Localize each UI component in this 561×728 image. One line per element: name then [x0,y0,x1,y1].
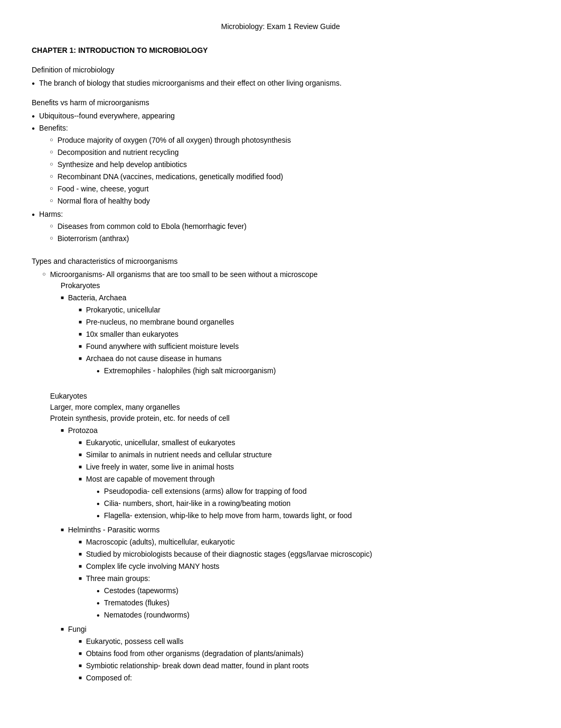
move-1: Pseudopodia- cell extensions (arms) allo… [97,486,352,497]
group-1: Cestodes (tapeworms) [97,585,190,596]
page-header: Microbiology: Exam 1 Review Guide [32,21,529,32]
protozoa-item: Protozoa Eukaryotic, unicellular, smalle… [61,425,372,523]
prot-2: Similar to animals in nutrient needs and… [79,449,352,460]
bacteria-archaea-item: Bacteria, Archaea Prokaryotic, unicellul… [61,292,372,379]
types-header: Types and characteristics of microorgani… [32,256,529,267]
fungi-4: Composed of: [79,672,309,684]
definition-item: The branch of biology that studies micro… [32,78,529,89]
types-list: Microorganisms- All organisms that are t… [32,269,529,686]
microorganisms-item: Microorganisms- All organisms that are t… [42,269,529,686]
prot-4: Most are capable of movement through Pse… [79,474,352,522]
bact-4: Found anywhere with sufficient moisture … [79,341,276,352]
benefit-2: Decomposition and nutrient recycling [50,147,291,158]
helm-4: Three main groups: Cestodes (tapeworms) … [79,573,372,622]
protozoa-sub-list: Eukaryotic, unicellular, smallest of euk… [68,437,352,522]
bacteria-list: Bacteria, Archaea Prokaryotic, unicellul… [50,292,372,379]
bact-3: 10x smaller than eukaryotes [79,329,276,340]
ubiquitous-item: Ubiquitous--found everywhere, appearing [32,110,529,122]
group-2: Trematodes (flukes) [97,597,190,609]
helm-1: Macroscopic (adults), multicellular, euk… [79,537,372,548]
bact-2: Pre-nucleus, no membrane bound organelle… [79,317,276,328]
benefit-5: Food - wine, cheese, yogurt [50,183,291,195]
helminths-item: Helminths - Parasitic worms Macroscopic … [61,524,372,623]
benefit-6: Normal flora of healthy body [50,196,291,207]
definition-header: Definition of microbiology [32,64,529,76]
prot-1: Eukaryotic, unicellular, smallest of euk… [79,437,352,448]
eukaryotes-label: Eukaryotes [50,391,372,402]
extremophiles-item: Extremophiles - halophiles (high salt mi… [97,365,276,376]
harms-sub-list: Diseases from common cold to Ebola (hemo… [39,221,247,244]
helminths-sub-list: Macroscopic (adults), multicellular, euk… [68,537,372,622]
harms-item: Harms: Diseases from common cold to Ebol… [32,209,529,245]
helm-3: Complex life cycle involving MANY hosts [79,561,372,572]
eukaryotes-desc1: Larger, more complex, many organelles [50,402,372,413]
harm-2: Bioterrorism (anthrax) [50,233,247,244]
bacteria-sub-list: Prokaryotic, unicellular Pre-nucleus, no… [68,305,276,377]
fungi-1: Eukaryotic, possess cell walls [79,636,309,647]
move-3: Flagella- extension, whip-like to help m… [97,510,352,521]
group-3: Nematodes (roundworms) [97,610,190,621]
fungi-item: Fungi Eukaryotic, possess cell walls Obt… [61,624,372,685]
chapter-title: CHAPTER 1: INTRODUCTION TO MICROBIOLOGY [32,45,529,56]
benefit-4: Recombinant DNA (vaccines, medications, … [50,171,291,182]
benefit-1: Produce majority of oxygen (70% of all o… [50,135,291,146]
benefits-item: Benefits: Produce majority of oxygen (70… [32,123,529,208]
page-title: Microbiology: Exam 1 Review Guide [221,22,340,31]
extremophiles-list: Extremophiles - halophiles (high salt mi… [86,365,276,376]
definition-list: The branch of biology that studies micro… [32,78,529,89]
benefits-sub-list: Produce majority of oxygen (70% of all o… [39,135,291,207]
fungi-3: Symbiotic relationship- break down dead … [79,660,309,671]
bact-1: Prokaryotic, unicellular [79,305,276,316]
eukaryotes-list: Protozoa Eukaryotic, unicellular, smalle… [50,425,372,685]
prokaryotes-label: Prokaryotes [50,280,372,291]
prot-3: Live freely in water, some live in anima… [79,462,352,473]
benefits-harm-list: Ubiquitous--found everywhere, appearing … [32,110,529,245]
benefits-harm-header: Benefits vs harm of microorganisms [32,97,529,108]
harm-1: Diseases from common cold to Ebola (hemo… [50,221,247,232]
fungi-sub-list: Eukaryotic, possess cell walls Obtains f… [68,636,309,684]
helminths-groups-list: Cestodes (tapeworms) Trematodes (flukes)… [86,585,190,621]
bact-5: Archaea do not cause disease in humans E… [79,353,276,377]
move-2: Cilia- numbers, short, hair-like in a ro… [97,498,352,509]
eukaryotes-desc2: Protein synthesis, provide protein, etc.… [50,413,372,424]
benefit-3: Synthesize and help develop antibiotics [50,159,291,170]
fungi-2: Obtains food from other organisms (degra… [79,648,309,659]
movement-list: Pseudopodia- cell extensions (arms) allo… [86,486,352,521]
helm-2: Studied by microbiologists because of th… [79,549,372,560]
